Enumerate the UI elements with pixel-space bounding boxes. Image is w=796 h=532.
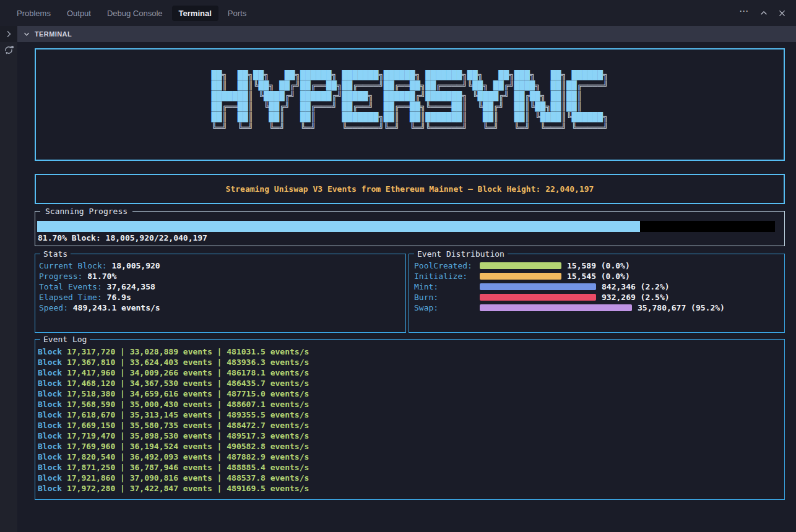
banner-segment [253, 122, 269, 132]
tab-problems[interactable]: Problems [10, 6, 58, 21]
chevron-down-icon [22, 30, 31, 38]
banner-segment: ██ [238, 101, 248, 111]
log-row-text: 17,871,250 | 36,787,946 events | 488885.… [67, 463, 309, 472]
banner-segment: ██████ [571, 70, 603, 80]
banner-segment [504, 101, 514, 111]
banner-segment: ██ [258, 80, 269, 90]
stat-label: Progress: [39, 272, 82, 281]
banner-segment: ██ [212, 112, 222, 122]
tab-debug-console[interactable]: Debug Console [100, 6, 170, 21]
banner-segment: ║╚ [561, 112, 572, 122]
terminal-content[interactable]: ██╗ ██╗██╗ ██╗██████╗ ███████╗██████╗ ██… [17, 42, 796, 532]
close-panel-icon[interactable] [778, 9, 786, 17]
terminal-sidebar [0, 42, 17, 532]
banner-segment: ╚═══╝ [540, 122, 566, 132]
banner-segment [227, 122, 238, 132]
log-row-text: 17,518,380 | 34,659,616 events | 487715.… [67, 389, 309, 398]
banner-segment: ║╚ [524, 101, 535, 111]
stat-value: 81.70% [82, 272, 116, 281]
banner-segment: ██ [514, 91, 525, 101]
stat-row: Elapsed Time: 76.9s [39, 292, 405, 302]
banner-segment: ╚═╝╚══════╝ [410, 122, 467, 132]
banner-segment: ██ [467, 70, 478, 80]
banner-segment: ╚═╝ [269, 122, 284, 132]
log-row-text: 17,367,810 | 33,624,403 events | 483936.… [67, 358, 309, 367]
banner-segment: ████ [264, 91, 285, 101]
banner-segment: ║ [311, 112, 316, 122]
stream-info-box: Streaming Uniswap V3 Events from Ethereu… [35, 174, 785, 204]
terminal-section-title: TERMINAL [35, 30, 72, 38]
banner-segment: ██ [451, 101, 462, 111]
log-row: Block 17,669,150 | 35,580,735 events | 4… [38, 420, 784, 431]
log-row: Block 17,317,720 | 33,028,889 events | 4… [38, 346, 784, 357]
banner-segment: ██ [410, 112, 420, 122]
banner-segment: ██ [238, 112, 248, 122]
panel-actions: ⋯ [739, 8, 786, 18]
panel-tab-bar: ProblemsOutputDebug ConsoleTerminalPorts… [0, 0, 796, 26]
banner-segment: ║ [279, 112, 284, 122]
stats-rows: Current Block: 18,005,920Progress: 81.70… [35, 254, 405, 313]
banner-segment: ╔╝ [504, 80, 514, 90]
banner-segment: ╚═╝ [300, 122, 316, 132]
maximize-panel-icon[interactable] [759, 9, 768, 17]
more-actions-icon[interactable]: ⋯ [739, 8, 750, 18]
banner-segment: ╔╝ [285, 91, 295, 101]
banner-segment: ║ [248, 112, 253, 122]
banner-segment: ╔╝ [332, 91, 342, 101]
banner-segment: ██ [410, 80, 420, 90]
log-row: Block 17,417,960 | 34,009,266 events | 4… [38, 367, 784, 378]
banner-segment [582, 91, 608, 101]
banner-segment [227, 112, 238, 122]
banner-segment: ╗ [603, 70, 608, 80]
event-log-title: Event Log [40, 334, 90, 345]
banner-segment: ╗ [535, 80, 540, 90]
banner-segment: ║╚ [248, 80, 259, 90]
sync-icon[interactable] [3, 45, 14, 56]
log-row-prefix: Block [38, 484, 67, 493]
banner-segment [399, 112, 410, 122]
terminal-section-toggle[interactable]: TERMINAL [22, 30, 72, 38]
banner-segment: ║ [462, 101, 467, 111]
banner-segment: ██████ [300, 91, 332, 101]
banner-segment: ██ [384, 80, 394, 90]
banner-segment: ╗ [269, 80, 274, 90]
banner-segment: ╗ [415, 70, 420, 80]
distribution-label: Initialize: [414, 272, 480, 281]
banner-segment: ██ [279, 80, 290, 90]
log-row-prefix: Block [38, 463, 67, 472]
banner-segment [269, 70, 284, 80]
banner-segment: ████ [514, 80, 535, 90]
log-row-text: 17,618,670 | 35,313,145 events | 489355.… [67, 410, 309, 419]
banner-segment [535, 70, 550, 80]
log-row: Block 17,468,120 | 34,367,530 events | 4… [38, 378, 784, 388]
banner-segment: ████ [540, 112, 561, 122]
banner-segment: ██ [566, 80, 577, 90]
hypersync-banner-box: ██╗ ██╗██╗ ██╗██████╗ ███████╗██████╗ ██… [35, 48, 785, 161]
log-row-prefix: Block [38, 368, 67, 377]
banner-segment [227, 80, 238, 90]
banner-segment: ╗ [295, 70, 300, 80]
banner-segment: ╚ [472, 91, 477, 101]
banner-segment: ╔╝ [498, 91, 509, 101]
stat-row: Progress: 81.70% [39, 271, 405, 281]
banner-segment: ██ [238, 80, 248, 90]
banner-segment: ██████ [571, 112, 603, 122]
distribution-bar [480, 273, 561, 280]
terminal-panel-header: TERMINAL [17, 26, 796, 42]
banner-segment: ╗ [378, 70, 383, 80]
chevron-right-icon[interactable] [4, 29, 14, 39]
tab-terminal[interactable]: Terminal [172, 6, 218, 21]
log-row: Block 17,769,960 | 36,194,524 events | 4… [38, 441, 784, 452]
tab-output[interactable]: Output [60, 6, 98, 21]
tab-ports[interactable]: Ports [221, 6, 253, 21]
log-row: Block 17,820,540 | 36,492,093 events | 4… [38, 452, 784, 462]
banner-segment: ██ [551, 80, 561, 90]
banner-segment: ██ [285, 70, 295, 80]
banner-segment [253, 101, 264, 111]
banner-segment: █████ [342, 91, 368, 101]
banner-segment: ║ [248, 101, 253, 111]
distribution-label: Mint: [414, 282, 480, 291]
banner-segment: ██ [425, 80, 436, 90]
banner-segment [467, 91, 472, 101]
log-row-text: 17,568,590 | 35,000,430 events | 488607.… [67, 400, 309, 409]
